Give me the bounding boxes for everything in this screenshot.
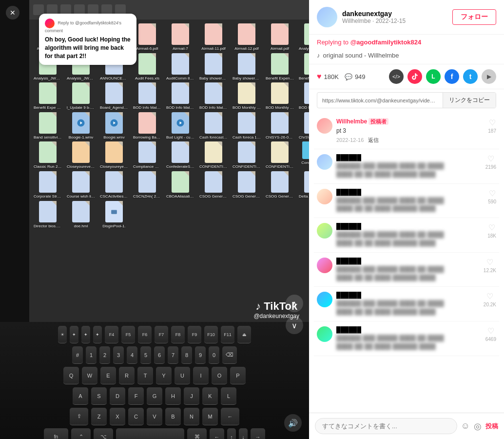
key-f5[interactable]: F5 — [121, 326, 135, 343]
key-shift-l[interactable]: ⇧ — [70, 408, 88, 425]
key-f9[interactable]: F9 — [188, 326, 201, 343]
comment-heart-icon[interactable]: ♡ — [488, 223, 495, 232]
key-h[interactable]: H — [165, 387, 181, 405]
comment-heart-icon[interactable]: ♡ — [486, 258, 493, 267]
key-n[interactable]: N — [184, 408, 199, 425]
post-comment-button[interactable]: 投稿 — [485, 422, 498, 431]
key-i[interactable]: I — [193, 367, 209, 384]
file-name: CSOG General Board MeetInt1.doc — [266, 194, 294, 199]
file-name: Boogie.wmv — [103, 135, 125, 140]
sound-button[interactable]: 🔊 — [284, 414, 302, 432]
key-r[interactable]: R — [119, 367, 135, 384]
key-k[interactable]: K — [202, 387, 218, 405]
key-arrow-u[interactable]: ↑ — [227, 428, 236, 439]
key-3[interactable]: 3 — [113, 346, 124, 364]
reply-handle[interactable]: @agoodfamilytiktok824 — [350, 39, 422, 46]
facebook-share-button[interactable]: f — [445, 69, 459, 84]
file-name: Analysis_JW27 Mar 07-1.xls — [299, 46, 309, 51]
emoji-icon[interactable]: ☺ — [461, 421, 470, 431]
key-f7[interactable]: F7 — [155, 326, 168, 343]
key-d[interactable]: D — [110, 387, 125, 405]
key-space[interactable] — [116, 428, 184, 439]
key-f3[interactable]: ✦ — [93, 326, 102, 343]
key-fn[interactable]: ☀ — [58, 326, 67, 343]
key-s[interactable]: S — [91, 387, 107, 405]
comment-heart-icon[interactable]: ♡ — [486, 292, 493, 301]
key-2[interactable]: 2 — [99, 346, 110, 364]
key-ctrl[interactable]: ⌃ — [71, 428, 91, 439]
file-icon-doc — [172, 141, 189, 163]
key-f1[interactable]: ✦ — [70, 326, 78, 343]
file-name: Baby showers.th — [199, 76, 228, 81]
sound-text[interactable]: original sound - Willhelmbe — [323, 52, 399, 59]
key-f[interactable]: F — [128, 387, 144, 405]
close-button[interactable]: ✕ — [6, 6, 19, 20]
file-icon-doc — [39, 201, 57, 222]
key-j[interactable]: J — [184, 387, 199, 405]
key-m[interactable]: M — [202, 408, 218, 425]
key-delete[interactable]: ⌫ — [222, 346, 237, 364]
key-y[interactable]: Y — [156, 367, 172, 384]
key-cmd-r[interactable]: ⌘ — [187, 428, 207, 439]
file-name: CSCNZHn( 2S-26-06.D — [133, 194, 161, 199]
line-share-button[interactable]: L — [426, 69, 441, 84]
key-tilde[interactable]: # — [72, 346, 83, 364]
key-c[interactable]: C — [128, 408, 144, 425]
key-4[interactable]: 4 — [127, 346, 137, 364]
key-u[interactable]: U — [174, 367, 190, 384]
key-w[interactable]: W — [82, 367, 97, 384]
sticker-icon[interactable]: ◎ — [474, 421, 482, 432]
file-icon-doc — [271, 112, 289, 134]
key-e[interactable]: E — [100, 367, 116, 384]
comment-heart-icon[interactable]: ♡ — [489, 189, 496, 198]
comment-heart-icon[interactable]: ♡ — [487, 154, 494, 163]
key-f2[interactable]: ✦ — [81, 326, 90, 343]
key-fn-bottom[interactable]: fn — [44, 428, 68, 439]
key-1[interactable]: 1 — [86, 346, 97, 364]
key-f11[interactable]: F11 — [221, 326, 234, 343]
key-8[interactable]: 8 — [181, 346, 192, 364]
more-share-button[interactable]: ▶ — [482, 69, 496, 84]
author-info: dankeunextgay Willhelmbe · 2022-12-15 — [342, 10, 447, 24]
file-icon-xls — [39, 82, 57, 104]
comment-heart-icon[interactable]: ♡ — [489, 118, 496, 127]
key-f8[interactable]: F8 — [171, 326, 185, 343]
key-z[interactable]: Z — [91, 408, 107, 425]
key-6[interactable]: 6 — [154, 346, 165, 364]
key-f6[interactable]: F6 — [138, 326, 152, 343]
key-f10[interactable]: F10 — [204, 326, 218, 343]
copy-link-button[interactable]: リンクをコピー — [443, 93, 496, 108]
comment-heart-icon[interactable]: ♡ — [487, 326, 494, 336]
key-arrow-l[interactable]: ← — [210, 428, 224, 439]
file-name: Analysis_JW27 Mar 07-4.xls — [34, 76, 62, 81]
comments-section[interactable]: Willhelmbe投稿者pt 32022-12-16 返信♡187██████… — [309, 113, 504, 413]
key-g[interactable]: G — [147, 387, 162, 405]
key-f4[interactable]: F4 — [105, 326, 118, 343]
embed-share-button[interactable]: </> — [389, 69, 404, 84]
key-7[interactable]: 7 — [168, 346, 178, 364]
key-0[interactable]: 0 — [209, 346, 219, 364]
key-q[interactable]: Q — [63, 367, 79, 384]
twitter-share-button[interactable]: t — [463, 69, 478, 84]
key-alt[interactable]: ⌥ — [94, 428, 113, 439]
key-shift-r[interactable]: ← — [221, 408, 239, 425]
key-b[interactable]: B — [165, 408, 181, 425]
key-o[interactable]: O — [212, 367, 227, 384]
bubble-header: Reply to @goodfamilytiktok824's comment — [45, 19, 131, 33]
comment-like-count: 187 — [488, 128, 496, 134]
key-arrow-d[interactable]: ↓ — [239, 428, 248, 439]
comment-icon: 💬 — [345, 73, 352, 80]
comment-input[interactable] — [315, 418, 457, 434]
douyin-share-button[interactable] — [407, 69, 422, 84]
key-x[interactable]: X — [110, 408, 125, 425]
key-f12[interactable]: ⏏ — [237, 326, 251, 343]
key-9[interactable]: 9 — [195, 346, 206, 364]
key-t[interactable]: T — [137, 367, 153, 384]
key-v[interactable]: V — [147, 408, 162, 425]
key-l[interactable]: L — [221, 387, 236, 405]
key-p[interactable]: P — [230, 367, 246, 384]
key-a[interactable]: A — [73, 387, 88, 405]
key-5[interactable]: 5 — [140, 346, 151, 364]
follow-button[interactable]: フォロー — [452, 9, 496, 25]
key-arrow-r[interactable]: → — [251, 428, 265, 439]
